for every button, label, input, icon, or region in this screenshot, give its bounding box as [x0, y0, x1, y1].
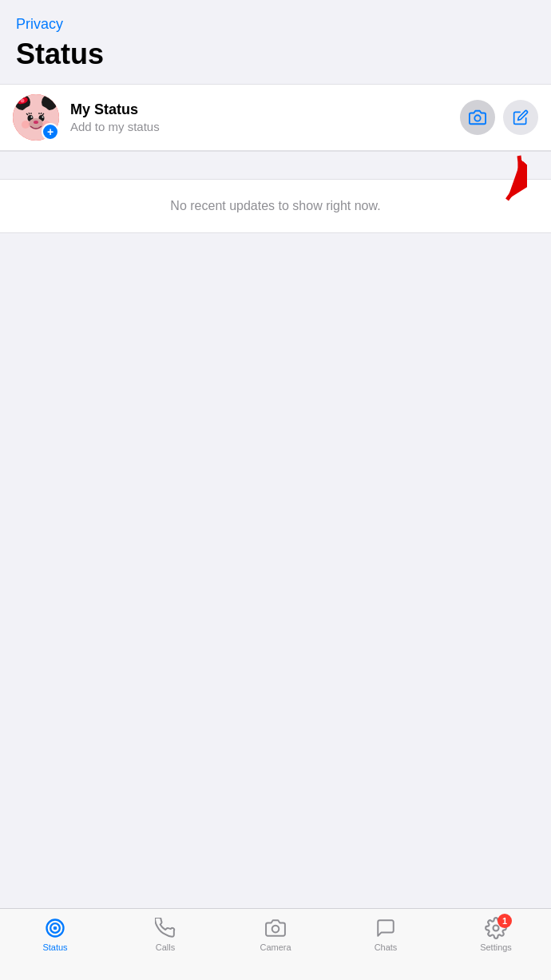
tab-status[interactable]: Status	[0, 917, 110, 952]
header: Privacy Status	[0, 0, 551, 84]
status-tab-label: Status	[42, 942, 67, 952]
camera-button[interactable]	[460, 100, 495, 135]
status-subtitle: Add to my status	[70, 120, 460, 133]
status-info: My Status Add to my status	[70, 101, 460, 133]
chats-tab-label: Chats	[375, 942, 398, 952]
tab-bar: Status Calls Camera	[0, 908, 551, 980]
svg-point-9	[31, 117, 33, 118]
page-container: Privacy Status	[0, 0, 551, 980]
camera-tab-label: Camera	[260, 942, 291, 952]
add-status-badge[interactable]: +	[42, 123, 59, 141]
tab-calls[interactable]: Calls	[110, 917, 220, 952]
status-actions	[460, 100, 538, 135]
svg-point-26	[494, 926, 499, 931]
svg-point-5	[21, 99, 25, 103]
svg-point-13	[22, 121, 30, 129]
pencil-button[interactable]	[503, 100, 538, 135]
chats-tab-icon	[375, 917, 397, 939]
settings-tab-label: Settings	[480, 942, 512, 952]
tab-settings[interactable]: 1 Settings	[441, 917, 551, 952]
page-title: Status	[16, 38, 535, 71]
settings-badge: 1	[497, 914, 512, 928]
privacy-back-link[interactable]: Privacy	[16, 16, 535, 33]
annotation-arrow	[487, 152, 527, 211]
status-tab-icon	[44, 917, 66, 939]
status-section: + My Status Add to my status	[0, 84, 551, 151]
avatar-container[interactable]: +	[13, 94, 59, 141]
status-name: My Status	[70, 101, 460, 118]
tab-camera[interactable]: Camera	[220, 917, 331, 952]
calls-tab-label: Calls	[156, 942, 175, 952]
camera-tab-icon	[264, 917, 287, 939]
svg-point-21	[474, 115, 480, 121]
settings-icon-wrapper: 1	[485, 917, 507, 939]
svg-point-12	[34, 121, 38, 124]
svg-point-25	[272, 926, 279, 933]
no-updates-section: No recent updates to show right now.	[0, 180, 551, 233]
svg-point-24	[54, 926, 57, 930]
content-area	[0, 233, 551, 980]
my-status-row: + My Status Add to my status	[0, 85, 551, 150]
tab-chats[interactable]: Chats	[331, 917, 441, 952]
svg-point-10	[42, 117, 44, 118]
section-separator	[0, 151, 551, 180]
calls-tab-icon	[154, 917, 176, 939]
no-updates-text: No recent updates to show right now.	[170, 199, 380, 212]
